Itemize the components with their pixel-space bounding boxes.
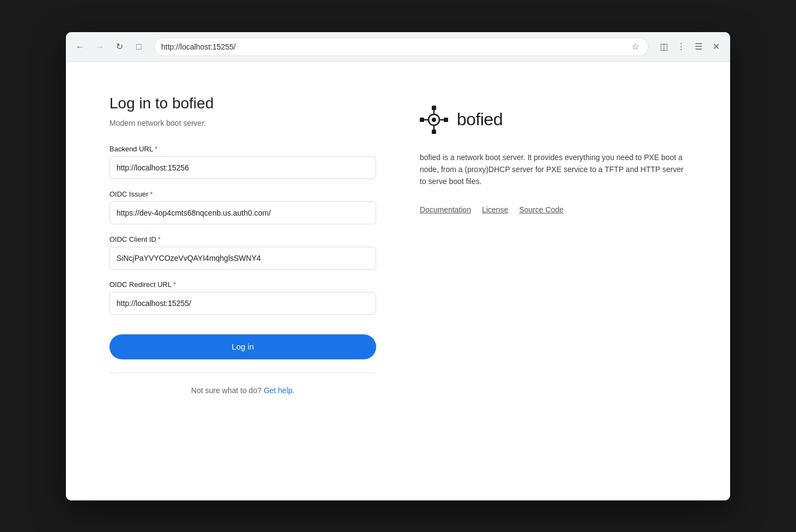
oidc-issuer-label: OIDC Issuer * xyxy=(109,190,376,198)
login-button[interactable]: Log in xyxy=(109,334,376,359)
brand-header: bofied xyxy=(420,106,687,134)
library-button[interactable]: ⋮ xyxy=(673,39,689,54)
browser-chrome: ← → ↻ □ ☆ ◫ ⋮ ☰ ✕ xyxy=(66,32,730,62)
oidc-issuer-group: OIDC Issuer * xyxy=(109,190,376,224)
info-section: bofied bofied is a network boot server. … xyxy=(420,95,687,214)
main-layout: Log in to bofied Modern network boot ser… xyxy=(66,62,730,500)
page-content: Log in to bofied Modern network boot ser… xyxy=(66,62,730,500)
license-link[interactable]: License xyxy=(482,205,508,214)
browser-toolbar-right: ◫ ⋮ ☰ ✕ xyxy=(656,39,724,54)
help-text: Not sure what to do? Get help. xyxy=(109,386,376,395)
apps-button[interactable]: ◫ xyxy=(656,39,671,54)
oidc-client-id-label: OIDC Client ID * xyxy=(109,235,376,243)
required-star-1: * xyxy=(155,145,157,153)
brand-logo xyxy=(420,106,448,134)
login-subtitle: Modern network boot server. xyxy=(109,119,376,127)
oidc-client-id-input[interactable] xyxy=(109,247,376,270)
oidc-redirect-url-group: OIDC Redirect URL * xyxy=(109,280,376,315)
login-title: Log in to bofied xyxy=(109,95,376,112)
backend-url-input[interactable] xyxy=(109,156,376,179)
links-row: Documentation License Source Code xyxy=(420,205,687,214)
required-star-3: * xyxy=(158,235,161,243)
required-star-2: * xyxy=(150,190,153,198)
brand-description: bofied is a network boot server. It prov… xyxy=(420,151,687,188)
source-code-link[interactable]: Source Code xyxy=(519,205,564,214)
brand-name: bofied xyxy=(457,109,503,130)
required-star-4: * xyxy=(173,280,176,289)
svg-rect-7 xyxy=(420,118,424,122)
reload-button[interactable]: ↻ xyxy=(112,39,127,54)
address-bar-container: ☆ xyxy=(154,38,648,56)
menu-button[interactable]: ☰ xyxy=(691,39,706,54)
svg-rect-8 xyxy=(444,118,448,122)
oidc-client-id-group: OIDC Client ID * xyxy=(109,235,376,270)
bookmark-button[interactable]: ☆ xyxy=(629,40,641,53)
back-button[interactable]: ← xyxy=(72,39,88,54)
svg-rect-6 xyxy=(432,130,436,134)
close-button[interactable]: ✕ xyxy=(708,39,724,54)
oidc-redirect-url-input[interactable] xyxy=(109,292,376,315)
backend-url-label: Backend URL * xyxy=(109,145,376,153)
address-bar[interactable] xyxy=(161,42,629,51)
svg-rect-5 xyxy=(432,106,436,110)
browser-window: ← → ↻ □ ☆ ◫ ⋮ ☰ ✕ Log in to bofied Moder… xyxy=(66,32,730,500)
documentation-link[interactable]: Documentation xyxy=(420,205,471,214)
backend-url-group: Backend URL * xyxy=(109,145,376,179)
forward-button[interactable]: → xyxy=(92,39,107,54)
oidc-redirect-url-label: OIDC Redirect URL * xyxy=(109,280,376,289)
divider xyxy=(109,372,376,373)
new-tab-button[interactable]: □ xyxy=(131,39,146,54)
oidc-issuer-input[interactable] xyxy=(109,201,376,224)
svg-point-9 xyxy=(432,118,436,122)
login-section: Log in to bofied Modern network boot ser… xyxy=(109,95,376,395)
get-help-link[interactable]: Get help. xyxy=(264,386,295,395)
